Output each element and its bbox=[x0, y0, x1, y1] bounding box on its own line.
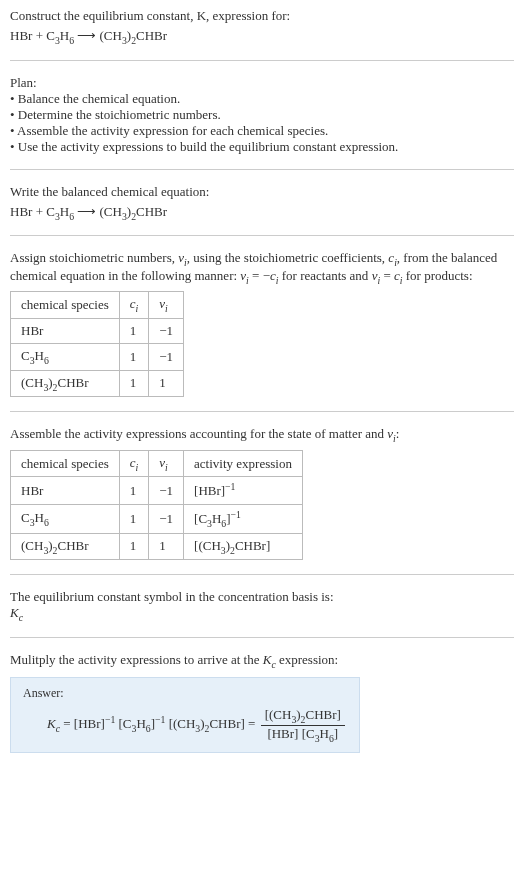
text: C bbox=[21, 348, 30, 363]
text: H bbox=[320, 726, 329, 741]
final-heading: Mulitply the activity expressions to arr… bbox=[10, 652, 514, 670]
symbol-K: K bbox=[47, 716, 56, 731]
text: expression: bbox=[276, 652, 338, 667]
text: CHBr bbox=[57, 538, 88, 553]
divider bbox=[10, 574, 514, 575]
cell-nu: −1 bbox=[149, 343, 184, 370]
col-species: chemical species bbox=[11, 292, 120, 319]
cell-c: 1 bbox=[119, 504, 149, 533]
text: Mulitply the activity expressions to arr… bbox=[10, 652, 263, 667]
answer-equation: Kc = [HBr]−1 [C3H6]−1 [(CH3)2CHBr] = [(C… bbox=[47, 707, 347, 743]
divider bbox=[10, 60, 514, 61]
plan-item: • Balance the chemical equation. bbox=[10, 91, 514, 107]
text: C bbox=[21, 510, 30, 525]
eq-arrow: ⟶ bbox=[74, 28, 100, 43]
answer-box: Answer: Kc = [HBr]−1 [C3H6]−1 [(CH3)2CHB… bbox=[10, 677, 360, 752]
cell-nu: −1 bbox=[149, 477, 184, 504]
conc-line: The equilibrium constant symbol in the c… bbox=[10, 589, 514, 605]
text: 6 bbox=[44, 355, 49, 366]
eq-arrow: ⟶ bbox=[74, 204, 100, 219]
text: −1 bbox=[105, 714, 115, 725]
divider bbox=[10, 169, 514, 170]
symbol-i: i bbox=[136, 303, 139, 314]
symbol-i: i bbox=[165, 461, 168, 472]
cell-expr: [(CH3)2CHBr] bbox=[184, 533, 303, 560]
balanced-heading: Write the balanced chemical equation: bbox=[10, 184, 514, 200]
text: CHBr] bbox=[305, 707, 340, 722]
symbol-c: c bbox=[19, 612, 23, 623]
intro-equation: HBr + C3H6 ⟶ (CH3)2CHBr bbox=[10, 28, 514, 46]
text: −1 bbox=[225, 481, 235, 492]
text: [(CH bbox=[165, 716, 195, 731]
cell-nu: −1 bbox=[149, 504, 184, 533]
eq-part: H bbox=[60, 204, 69, 219]
text: −1 bbox=[231, 509, 241, 520]
text: CHBr bbox=[57, 375, 88, 390]
cell-c: 1 bbox=[119, 343, 149, 370]
table-row: (CH3)2CHBr 1 1 [(CH3)2CHBr] bbox=[11, 533, 303, 560]
cell-expr: [C3H6]−1 bbox=[184, 504, 303, 533]
eq-part: HBr + C bbox=[10, 204, 55, 219]
col-c: ci bbox=[119, 292, 149, 319]
col-c: ci bbox=[119, 450, 149, 477]
text: = − bbox=[249, 268, 270, 283]
text: 6 bbox=[44, 516, 49, 527]
answer-label: Answer: bbox=[23, 686, 347, 701]
text: for products: bbox=[402, 268, 472, 283]
balanced-equation: HBr + C3H6 ⟶ (CH3)2CHBr bbox=[10, 204, 514, 222]
text: [(CH bbox=[194, 538, 221, 553]
intro-text: Construct the equilibrium constant, K, e… bbox=[10, 8, 514, 24]
intro-line1: Construct the equilibrium constant, K, e… bbox=[10, 8, 290, 23]
text: : bbox=[396, 426, 400, 441]
cell-species: HBr bbox=[11, 318, 120, 343]
cell-species: (CH3)2CHBr bbox=[11, 370, 120, 397]
text: CHBr] bbox=[235, 538, 270, 553]
text: = bbox=[380, 268, 394, 283]
text: CHBr] = bbox=[209, 716, 258, 731]
cell-nu: −1 bbox=[149, 318, 184, 343]
cell-c: 1 bbox=[119, 370, 149, 397]
text: HBr bbox=[21, 323, 43, 338]
cell-nu: 1 bbox=[149, 370, 184, 397]
text: HBr bbox=[21, 483, 43, 498]
plan-item: • Determine the stoichiometric numbers. bbox=[10, 107, 514, 123]
text: (CH bbox=[21, 375, 43, 390]
eq-part: CHBr bbox=[136, 28, 167, 43]
plan-item: • Assemble the activity expression for e… bbox=[10, 123, 514, 139]
plan-heading: Plan: bbox=[10, 75, 514, 91]
text: [HBr] bbox=[194, 484, 225, 499]
activity-heading: Assemble the activity expressions accoun… bbox=[10, 426, 514, 444]
eq-part: (CH bbox=[100, 28, 122, 43]
cell-species: HBr bbox=[11, 477, 120, 504]
text: H bbox=[212, 511, 221, 526]
stoich-table: chemical species ci νi HBr 1 −1 C3H6 1 −… bbox=[10, 291, 184, 397]
text: [C bbox=[115, 716, 131, 731]
table-header-row: chemical species ci νi bbox=[11, 292, 184, 319]
divider bbox=[10, 235, 514, 236]
cell-expr: [HBr]−1 bbox=[184, 477, 303, 504]
text: H bbox=[136, 716, 145, 731]
activity-table: chemical species ci νi activity expressi… bbox=[10, 450, 303, 560]
text: H bbox=[35, 510, 44, 525]
eq-part: (CH bbox=[100, 204, 122, 219]
eq-part: CHBr bbox=[136, 204, 167, 219]
cell-species: C3H6 bbox=[11, 343, 120, 370]
table-row: C3H6 1 −1 [C3H6]−1 bbox=[11, 504, 303, 533]
table-row: C3H6 1 −1 bbox=[11, 343, 184, 370]
col-nu: νi bbox=[149, 292, 184, 319]
text: = [HBr] bbox=[60, 716, 105, 731]
text: [C bbox=[194, 511, 207, 526]
col-expr: activity expression bbox=[184, 450, 303, 477]
col-nu: νi bbox=[149, 450, 184, 477]
table-row: (CH3)2CHBr 1 1 bbox=[11, 370, 184, 397]
eq-part: HBr + C bbox=[10, 28, 55, 43]
text: Assign stoichiometric numbers, bbox=[10, 250, 178, 265]
text: , using the stoichiometric coefficients, bbox=[187, 250, 389, 265]
text: [HBr] [C bbox=[267, 726, 314, 741]
divider bbox=[10, 411, 514, 412]
text: [(CH bbox=[265, 707, 292, 722]
cell-nu: 1 bbox=[149, 533, 184, 560]
symbol-K: K bbox=[10, 605, 19, 620]
cell-c: 1 bbox=[119, 477, 149, 504]
text: −1 bbox=[155, 714, 165, 725]
